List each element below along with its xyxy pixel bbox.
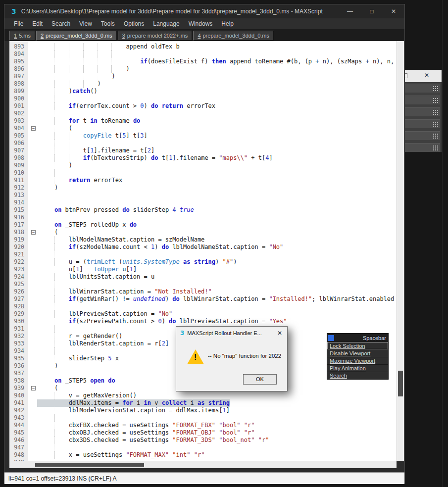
quad-menu-item-disable-viewport[interactable]: Disable Viewport <box>327 349 388 357</box>
code-line[interactable]: 912 ) <box>9 184 397 192</box>
fold-toggle-icon[interactable]: − <box>31 230 36 235</box>
code-line[interactable]: 916 <box>9 214 397 221</box>
menu-item-view[interactable]: View <box>75 18 97 29</box>
drag-handle-icon[interactable] <box>433 86 438 91</box>
menubar: FileEditSearchViewToolsOptionsLanguageWi… <box>4 18 404 29</box>
code-line[interactable]: 920 if(szModelName.count < 1) do lblMode… <box>9 244 397 251</box>
code-line[interactable]: 910 <box>9 169 397 177</box>
vertical-scrollbar[interactable] <box>397 41 404 461</box>
line-number: 900 <box>9 95 26 102</box>
horizontal-scrollbar-thumb[interactable] <box>35 463 144 467</box>
code-line[interactable]: 924 lblUnitsStat.caption = u <box>9 273 397 281</box>
code-line[interactable]: 904− ( <box>9 125 397 132</box>
menu-item-search[interactable]: Search <box>47 18 75 29</box>
code-line[interactable]: 943 <box>9 414 397 422</box>
code-line[interactable]: 908 if(bTexturesStrip) do t[1].filename … <box>9 154 397 162</box>
buffer-tab[interactable]: 15.ms <box>9 31 35 41</box>
buffer-tab[interactable]: 3prepare model 2022+.ms <box>118 31 193 41</box>
code-line[interactable]: 944 cbxFBX.checked = useSettings "FORMAT… <box>9 422 397 429</box>
code-line[interactable]: 918− ( <box>9 229 397 236</box>
code-line[interactable]: 900 <box>9 95 397 102</box>
quad-menu-item-search[interactable]: Search <box>327 372 388 379</box>
tabbar: 15.ms2prepare_model_3ddd_0.ms3prepare mo… <box>4 29 404 41</box>
code-line[interactable]: 899 )catch() <box>9 88 397 95</box>
code-line[interactable]: 919 lblModelNameStat.caption = szModelNa… <box>9 236 397 244</box>
drag-handle-icon[interactable] <box>433 133 438 139</box>
menu-item-windows[interactable]: Windows <box>184 18 217 29</box>
line-number: 937 <box>9 370 26 377</box>
code-line[interactable]: 902 <box>9 110 397 117</box>
indent-guide <box>111 50 112 58</box>
code-line[interactable]: 911 return errorTex <box>9 177 397 184</box>
fold-toggle-icon[interactable]: − <box>31 126 36 131</box>
code-line[interactable]: 922 u = (trimLeft (units.SystemType as s… <box>9 258 397 266</box>
indent-guide <box>54 95 55 102</box>
code-text: ) <box>40 162 72 169</box>
menu-item-help[interactable]: Help <box>217 18 238 29</box>
fold-toggle-icon[interactable]: − <box>31 386 36 390</box>
code-line[interactable]: 921 <box>9 251 397 258</box>
menu-item-tools[interactable]: Tools <box>97 18 119 29</box>
menu-item-file[interactable]: File <box>9 18 28 29</box>
close-icon[interactable]: ✕ <box>272 330 287 337</box>
close-button[interactable]: ✕ <box>383 4 404 18</box>
code-line[interactable]: 907 t[1].filename = t[2] <box>9 147 397 154</box>
code-line[interactable]: 905 copyFile t[5] t[3] <box>9 132 397 140</box>
code-line[interactable]: 926 lblWinrarStat.caption = "Not Install… <box>9 288 397 295</box>
line-number: 939 <box>9 385 26 392</box>
code-editor[interactable]: 893 append oldTex b894895 if(doesFileExi… <box>9 41 397 461</box>
quad-menu-header-label: Spacebar <box>334 335 388 341</box>
code-line[interactable]: 903 for t in toRename do <box>9 117 397 125</box>
buffer-tab[interactable]: 2prepare_model_3ddd_0.ms <box>36 31 117 41</box>
menu-item-language[interactable]: Language <box>149 18 184 29</box>
code-line[interactable]: 901 if(errorTex.count > 0) do return err… <box>9 102 397 110</box>
code-line[interactable]: 925 <box>9 281 397 288</box>
close-icon[interactable]: ✕ <box>424 72 429 79</box>
line-number: 944 <box>9 422 26 429</box>
drag-handle-icon[interactable] <box>433 121 438 127</box>
code-line[interactable]: 948 x = useSettings "FORMAT_MAX" "int" "… <box>9 451 397 459</box>
menu-item-edit[interactable]: Edit <box>28 18 47 29</box>
drag-handle-icon[interactable] <box>433 97 438 103</box>
code-line[interactable]: 940 v = getMaxVersion() <box>9 392 397 399</box>
horizontal-scrollbar[interactable] <box>9 461 397 468</box>
code-line[interactable]: 923 u[1] = toUpper u[1] <box>9 266 397 273</box>
quad-menu-item-lock-selection[interactable]: Lock Selection <box>327 342 388 349</box>
line-number: 898 <box>9 80 26 88</box>
code-line[interactable]: 897 ) <box>9 73 397 80</box>
code-line[interactable]: 898 ) <box>9 80 397 88</box>
buffer-tab[interactable]: 4prepare_model_3ddd_0.ms <box>193 31 274 41</box>
quad-menu-item-play-animation[interactable]: Play Animation <box>327 364 388 372</box>
code-line[interactable]: 913 <box>9 192 397 199</box>
dialog-titlebar[interactable]: 3 MAXScript Rollout Handler E... ✕ <box>176 327 287 340</box>
drag-handle-icon[interactable] <box>433 145 438 150</box>
code-line[interactable]: 947 <box>9 444 397 451</box>
code-line[interactable]: 895 if(doesFileExist f) then append toRe… <box>9 58 397 65</box>
menu-item-options[interactable]: Options <box>119 18 149 29</box>
vertical-scrollbar-thumb[interactable] <box>398 371 403 396</box>
code-line[interactable]: 928 <box>9 303 397 310</box>
maximize-button[interactable]: □ <box>361 4 383 18</box>
drag-handle-icon[interactable] <box>433 109 438 115</box>
code-line[interactable]: 945 cbxOBJ.checked = useSettings "FORMAT… <box>9 429 397 437</box>
ok-button[interactable]: OK <box>243 374 277 385</box>
code-line[interactable]: 896 ) <box>9 65 397 73</box>
quad-menu-item-maximize-viewport[interactable]: Maximize Viewport <box>327 357 388 364</box>
code-line[interactable]: 942 lblModelVersionStat.caption = ddlMax… <box>9 407 397 414</box>
code-line[interactable]: 917 on _STEP5 rolledUp x do <box>9 221 397 229</box>
line-number: 938 <box>9 377 26 385</box>
minimize-button[interactable]: — <box>339 4 361 18</box>
line-number: 915 <box>9 206 26 214</box>
code-line[interactable]: 946 cbx3DS.checked = useSettings "FORMAT… <box>9 437 397 444</box>
code-line[interactable]: 929 lblPreviewStat.caption = "No" <box>9 310 397 318</box>
code-line[interactable]: 894 <box>9 50 397 58</box>
code-line[interactable]: 915 on btnPrev pressed do sliderStep 4 t… <box>9 206 397 214</box>
code-line[interactable]: 909 ) <box>9 162 397 169</box>
code-line[interactable]: 930 if(szPreviewPath.count > 0) do lblPr… <box>9 318 397 325</box>
code-line[interactable]: 893 append oldTex b <box>9 43 397 50</box>
warning-exclamation: ! <box>194 353 197 362</box>
code-line[interactable]: 927 if(getWinRar() != undefined) do lblW… <box>9 295 397 303</box>
code-line[interactable]: 941 ddlMax.items = for i in v collect i … <box>9 399 397 407</box>
code-line[interactable]: 906 <box>9 140 397 147</box>
code-line[interactable]: 914 <box>9 199 397 206</box>
